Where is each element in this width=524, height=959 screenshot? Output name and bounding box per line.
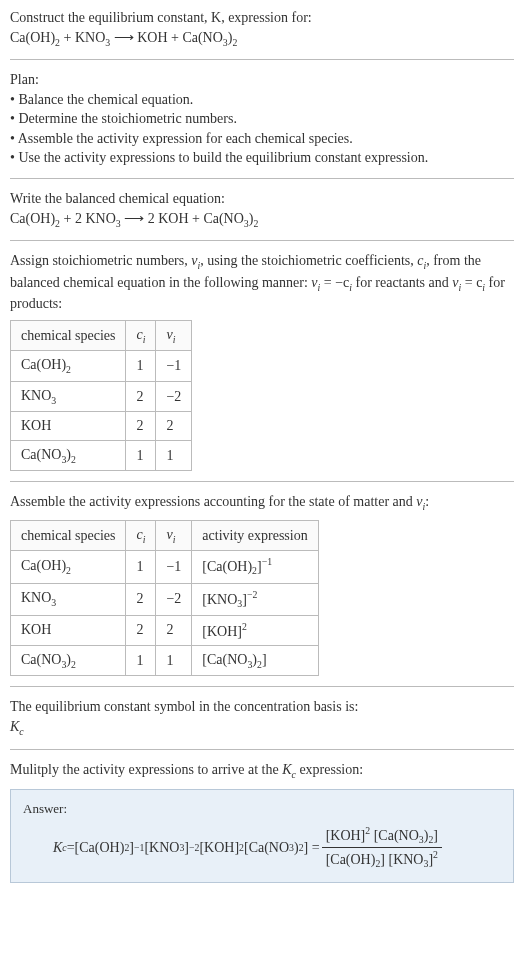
table-row: KNO3 2 −2 [KNO3]−2 [11, 583, 319, 615]
prompt-block: Construct the equilibrium constant, K, e… [10, 8, 514, 49]
table-header-row: chemical species ci νi [11, 320, 192, 351]
col-ci: ci [126, 520, 156, 551]
assemble-block: Assemble the activity expressions accoun… [10, 492, 514, 514]
assign-block: Assign stoichiometric numbers, νi, using… [10, 251, 514, 314]
divider [10, 240, 514, 241]
table-row: KNO3 2 −2 [11, 381, 192, 412]
col-ci: ci [126, 320, 156, 351]
prompt-equation: Ca(OH)2 + KNO3 ⟶ KOH + Ca(NO3)2 [10, 30, 237, 45]
balanced-block: Write the balanced chemical equation: Ca… [10, 189, 514, 230]
divider [10, 686, 514, 687]
divider [10, 59, 514, 60]
table-row: Ca(OH)2 1 −1 [11, 351, 192, 382]
plan-bullet: • Determine the stoichiometric numbers. [10, 109, 514, 129]
answer-label: Answer: [23, 800, 501, 818]
answer-fraction: [KOH]2 [Ca(NO3)2] [Ca(OH)2] [KNO3]2 [322, 824, 442, 871]
table-header-row: chemical species ci νi activity expressi… [11, 520, 319, 551]
balanced-intro: Write the balanced chemical equation: [10, 189, 514, 209]
table-row: Ca(NO3)2 1 1 [11, 440, 192, 471]
multiply-block: Mulitply the activity expressions to arr… [10, 760, 514, 782]
plan-bullet: • Balance the chemical equation. [10, 90, 514, 110]
balanced-equation: Ca(OH)2 + 2 KNO3 ⟶ 2 KOH + Ca(NO3)2 [10, 211, 258, 226]
divider [10, 749, 514, 750]
col-nui: νi [156, 520, 192, 551]
activity-table: chemical species ci νi activity expressi… [10, 520, 319, 677]
col-species: chemical species [11, 520, 126, 551]
symbol-block: The equilibrium constant symbol in the c… [10, 697, 514, 738]
col-species: chemical species [11, 320, 126, 351]
table-row: Ca(OH)2 1 −1 [Ca(OH)2]−1 [11, 551, 319, 583]
table-row: KOH 2 2 [KOH]2 [11, 615, 319, 645]
answer-box: Answer: Kc = [Ca(OH)2]−1 [KNO3]−2 [KOH]2… [10, 789, 514, 883]
plan-block: Plan: • Balance the chemical equation. •… [10, 70, 514, 168]
table-row: KOH 2 2 [11, 412, 192, 441]
prompt-text: Construct the equilibrium constant, K, e… [10, 10, 312, 25]
divider [10, 481, 514, 482]
plan-bullet: • Use the activity expressions to build … [10, 148, 514, 168]
divider [10, 178, 514, 179]
col-activity: activity expression [192, 520, 318, 551]
stoich-table: chemical species ci νi Ca(OH)2 1 −1 KNO3… [10, 320, 192, 472]
table-row: Ca(NO3)2 1 1 [Ca(NO3)2] [11, 645, 319, 676]
plan-heading: Plan: [10, 70, 514, 90]
col-nui: νi [156, 320, 192, 351]
answer-equation: Kc = [Ca(OH)2]−1 [KNO3]−2 [KOH]2 [Ca(NO3… [23, 824, 501, 871]
plan-bullet: • Assemble the activity expression for e… [10, 129, 514, 149]
